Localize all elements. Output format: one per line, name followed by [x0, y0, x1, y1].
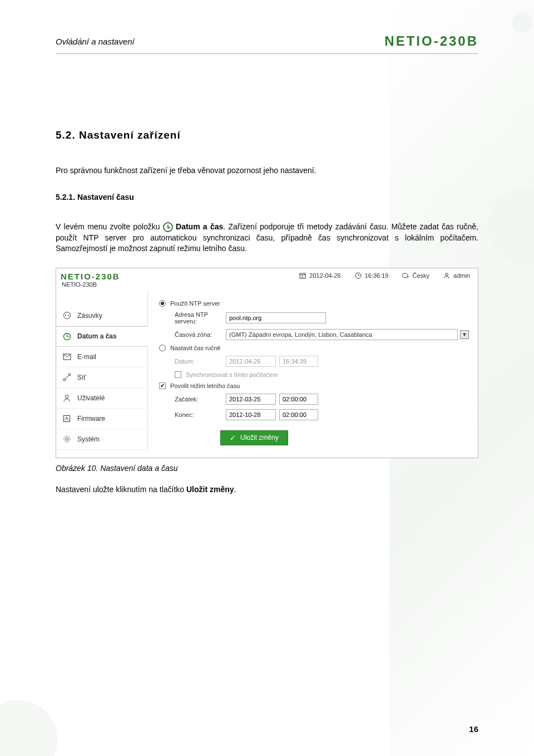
- nav-label: Firmware: [77, 415, 105, 423]
- sync-checkbox: [175, 371, 181, 378]
- dst-start-date-input[interactable]: [226, 394, 276, 405]
- svg-point-8: [64, 312, 71, 319]
- nav-item-email[interactable]: E-mail: [56, 347, 148, 367]
- ntp-addr-label: Adresa NTP serveru:: [175, 311, 226, 325]
- nav-label: E-mail: [77, 353, 96, 361]
- topbar-date: 9 2012-04-26: [299, 272, 340, 279]
- radio-ntp-row[interactable]: Použít NTP server: [159, 300, 469, 307]
- svg-line-25: [65, 436, 66, 438]
- nav-item-zasuvky[interactable]: Zásuvky: [56, 306, 148, 326]
- intro-paragraph: Pro správnou funkčnost zařízení je třeba…: [56, 166, 478, 175]
- section-title: Ovládání a nastavení: [56, 37, 135, 46]
- user-icon: [443, 272, 451, 279]
- radio-ntp[interactable]: [159, 300, 166, 307]
- svg-point-10: [68, 315, 69, 316]
- dst-row[interactable]: Povolit režim letního času: [159, 382, 469, 389]
- topbar-user[interactable]: admin: [443, 272, 470, 279]
- svg-line-26: [68, 441, 70, 442]
- after-caption-post: .: [234, 485, 236, 494]
- tz-label: Časová zóna:: [175, 331, 226, 338]
- calendar-icon: 9: [299, 272, 306, 279]
- dst-end-date-input[interactable]: [226, 409, 276, 420]
- clock-icon: [354, 272, 362, 279]
- check-icon: ✓: [230, 434, 236, 442]
- tz-value: (GMT) Západní evropa, Londýn, Lisbon, Ca…: [229, 331, 372, 338]
- background-decoration-left: [0, 589, 122, 756]
- user-icon: [63, 394, 72, 402]
- panel-brand: NETIO-230B: [56, 268, 120, 281]
- date-input: [226, 356, 276, 367]
- nav-item-uzivatele[interactable]: Uživatelé: [56, 388, 148, 409]
- nav-label: Zásuvky: [77, 312, 102, 320]
- ntp-addr-input[interactable]: [226, 312, 326, 323]
- firmware-icon: [63, 415, 72, 423]
- radio-manual[interactable]: [159, 345, 166, 351]
- clock-icon: [63, 332, 72, 341]
- body-text-bold: Datum a čas: [176, 222, 223, 231]
- nav-label: Datum a čas: [77, 332, 117, 340]
- panel-sub-brand: NETIO-230B: [56, 281, 120, 291]
- body-text-pre: V levém menu zvolte položku: [56, 222, 163, 231]
- nav-item-sit[interactable]: Síť: [56, 367, 148, 388]
- nav-label: Uživatelé: [77, 394, 105, 402]
- save-button-label: Uložit změny: [240, 434, 279, 441]
- time-input: [279, 356, 318, 367]
- brand-logo: NETIO-230B: [384, 33, 478, 49]
- date-label: Datum:: [175, 358, 226, 365]
- tz-select[interactable]: (GMT) Západní evropa, Londýn, Lisbon, Ca…: [226, 329, 458, 340]
- dst-start-label: Začátek:: [175, 396, 226, 402]
- dst-label: Povolit režim letního času: [170, 382, 240, 389]
- radio-manual-label: Nastavit čas ručně: [170, 345, 220, 351]
- topbar-lang-value: Česky: [412, 272, 429, 279]
- outlet-icon: [63, 311, 72, 320]
- topbar-user-value: admin: [453, 272, 470, 279]
- topbar-time-value: 16:36:19: [365, 272, 389, 279]
- network-icon: [63, 373, 72, 381]
- page-number: 16: [469, 724, 478, 734]
- figure-caption: Obrázek 10. Nastavení data a času: [56, 464, 478, 473]
- svg-text:9: 9: [301, 275, 304, 278]
- sync-label: Synchronizovat s tímto počítačem: [186, 371, 278, 378]
- radio-manual-row[interactable]: Nastavit čas ručně: [159, 345, 469, 351]
- chevron-down-icon[interactable]: ▼: [460, 330, 469, 339]
- language-icon: [402, 272, 409, 279]
- dst-end-time-input[interactable]: [279, 409, 318, 420]
- document-header: Ovládání a nastavení NETIO-230B: [56, 33, 478, 49]
- header-rule: [56, 53, 478, 54]
- ui-screenshot-panel: NETIO-230B NETIO-230B 9 2012-04-26 16:36…: [56, 268, 478, 458]
- svg-point-20: [66, 438, 68, 440]
- gear-icon: [63, 435, 72, 443]
- nav-item-system[interactable]: Systém: [56, 429, 148, 450]
- nav-label: Síť: [77, 374, 86, 381]
- svg-line-17: [65, 376, 68, 379]
- after-caption-bold: Uložit změny: [186, 485, 234, 494]
- nav-item-datum-a-cas[interactable]: Datum a čas: [56, 326, 148, 347]
- heading-5-2-1: 5.2.1. Nastavení času: [56, 193, 478, 202]
- after-caption-paragraph: Nastavení uložte kliknutím na tlačítko U…: [56, 485, 478, 494]
- svg-point-7: [446, 273, 448, 276]
- mail-icon: [63, 354, 72, 360]
- radio-ntp-label: Použít NTP server: [170, 300, 220, 307]
- dst-start-time-input[interactable]: [279, 394, 318, 405]
- svg-point-9: [65, 315, 66, 316]
- clock-icon: [163, 222, 173, 232]
- dst-checkbox[interactable]: [159, 382, 166, 389]
- save-button[interactable]: ✓ Uložit změny: [220, 430, 288, 445]
- sidebar: Zásuvky Datum a čas E-mail Síť: [56, 291, 148, 458]
- svg-line-28: [68, 436, 70, 438]
- nav-spacer: [56, 291, 148, 306]
- svg-point-18: [65, 395, 68, 398]
- after-caption-pre: Nastavení uložte kliknutím na tlačítko: [56, 485, 186, 494]
- nav-item-firmware[interactable]: Firmware: [56, 409, 148, 429]
- topbar-lang[interactable]: Česky: [402, 272, 429, 279]
- dst-end-label: Konec:: [175, 411, 226, 418]
- nav-label: Systém: [77, 435, 100, 443]
- body-paragraph: V levém menu zvolte položku Datum a čas.…: [56, 222, 478, 254]
- topbar-time: 16:36:19: [354, 272, 389, 279]
- topbar-date-value: 2012-04-26: [309, 272, 340, 279]
- svg-line-27: [65, 441, 66, 442]
- heading-5-2: 5.2. Nastavení zařízení: [56, 129, 478, 141]
- content-pane: Použít NTP server Adresa NTP serveru: Ča…: [148, 291, 478, 458]
